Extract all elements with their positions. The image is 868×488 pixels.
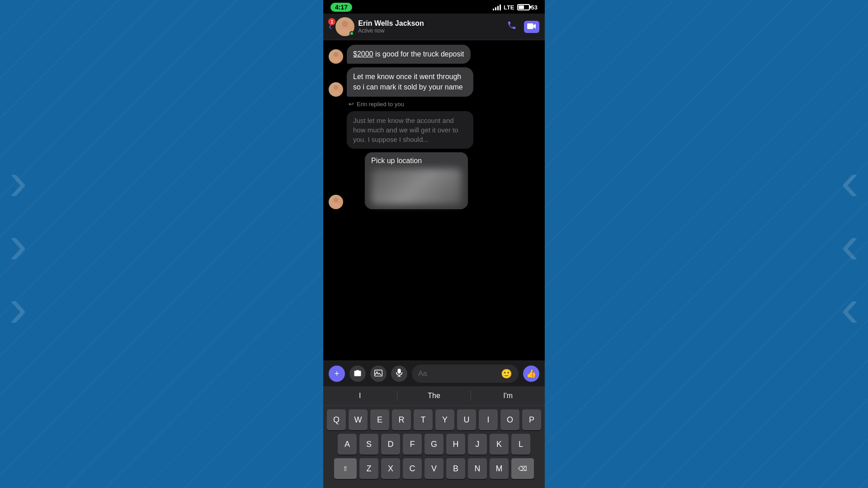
battery: 53 (517, 4, 538, 11)
key-G[interactable]: G (425, 434, 443, 455)
message-row: Pick up location (329, 152, 539, 209)
reply-context: ↩ Erin replied to you (329, 100, 539, 108)
like-button[interactable]: 👍 (523, 366, 539, 382)
mic-icon (396, 369, 402, 379)
emoji-button[interactable]: 🙂 (501, 368, 512, 379)
key-M[interactable]: M (490, 458, 509, 479)
pick-up-bubble: Pick up location (365, 152, 468, 209)
key-E[interactable]: E (370, 409, 389, 430)
key-S[interactable]: S (359, 434, 378, 455)
key-W[interactable]: W (349, 409, 368, 430)
back-button[interactable]: ‹ 1 (329, 21, 332, 33)
input-bar: + (323, 361, 545, 386)
lte-label: LTE (504, 4, 514, 11)
keyboard-row-2: A S D F G H J K L (325, 434, 543, 455)
battery-level: 53 (531, 4, 538, 11)
pick-up-label: Pick up location (371, 157, 462, 165)
keyboard: Q W E R T Y U I O P A S D F G H J K L ⇧ … (323, 406, 545, 488)
contact-status: Active now (358, 28, 503, 34)
bg-arrows-right: ‹ ‹ ‹ (841, 154, 859, 334)
key-Z[interactable]: Z (359, 458, 378, 479)
status-bar: 4:17 LTE 53 (323, 0, 545, 14)
reply-label: Erin replied to you (357, 101, 404, 108)
plus-icon: + (335, 369, 340, 379)
key-Y[interactable]: Y (435, 409, 454, 430)
key-U[interactable]: U (457, 409, 476, 430)
sender-avatar (329, 195, 343, 209)
thumbs-up-icon: 👍 (526, 369, 536, 379)
key-H[interactable]: H (446, 434, 465, 455)
key-C[interactable]: C (403, 458, 422, 479)
header-actions (507, 20, 539, 33)
location-map-image (371, 169, 462, 205)
key-N[interactable]: N (468, 458, 487, 479)
replied-message-bubble: Just let me know the account and how muc… (347, 111, 473, 149)
reply-arrow-icon: ↩ (349, 100, 354, 108)
key-L[interactable]: L (511, 434, 530, 455)
svg-point-4 (331, 58, 340, 62)
text-input-wrapper[interactable]: Aa 🙂 (412, 365, 519, 383)
key-R[interactable]: R (392, 409, 411, 430)
svg-rect-2 (527, 23, 533, 29)
image-icon (374, 369, 382, 379)
key-P[interactable]: P (522, 409, 541, 430)
svg-rect-11 (397, 369, 401, 374)
mic-button[interactable] (391, 366, 407, 382)
signal-bars (493, 4, 501, 10)
camera-icon (354, 369, 362, 379)
key-O[interactable]: O (500, 409, 519, 430)
svg-point-6 (331, 91, 340, 95)
notification-badge: 1 (328, 18, 335, 25)
key-I[interactable]: I (479, 409, 498, 430)
bg-arrows-left: › › › (9, 154, 27, 334)
svg-point-7 (334, 197, 339, 202)
contact-name: Erin Wells Jackson (358, 19, 503, 28)
camera-button[interactable] (349, 366, 366, 382)
chat-header: ‹ 1 Erin Wells Jackson Active now (323, 14, 545, 40)
message-row: $2000 is good for the truck deposit (329, 45, 539, 64)
predictive-word-3[interactable]: I'm (471, 391, 545, 401)
shift-key[interactable]: ⇧ (334, 458, 357, 479)
phone-frame: 4:17 LTE 53 ‹ 1 (323, 0, 545, 488)
replied-message-text: Just let me know the account and how muc… (353, 116, 467, 144)
key-A[interactable]: A (338, 434, 357, 455)
sender-avatar (329, 49, 343, 64)
svg-point-0 (342, 21, 348, 27)
predictive-word-2[interactable]: The (397, 391, 472, 401)
svg-point-8 (331, 203, 340, 207)
keyboard-row-3: ⇧ Z X C V B N M ⌫ (325, 458, 543, 479)
key-Q[interactable]: Q (327, 409, 346, 430)
key-T[interactable]: T (414, 409, 433, 430)
video-call-button[interactable] (524, 21, 539, 33)
underlined-amount: $2000 (353, 50, 373, 58)
status-time: 4:17 (330, 3, 352, 12)
key-K[interactable]: K (490, 434, 509, 455)
contact-info: Erin Wells Jackson Active now (358, 19, 503, 34)
predictive-word-1[interactable]: I (323, 391, 397, 401)
active-indicator (349, 31, 354, 36)
messages-area: $2000 is good for the truck deposit Let … (323, 40, 545, 361)
key-J[interactable]: J (468, 434, 487, 455)
key-D[interactable]: D (381, 434, 400, 455)
message-bubble: Let me know once it went through so i ca… (347, 67, 473, 97)
image-button[interactable] (370, 366, 387, 382)
status-right: LTE 53 (493, 4, 538, 11)
predictive-bar: I The I'm (323, 386, 545, 406)
message-row: Let me know once it went through so i ca… (329, 67, 539, 97)
key-V[interactable]: V (425, 458, 443, 479)
svg-point-3 (334, 52, 339, 57)
key-B[interactable]: B (446, 458, 465, 479)
message-bubble: $2000 is good for the truck deposit (347, 45, 471, 64)
call-button[interactable] (507, 20, 517, 33)
contact-avatar-container[interactable] (335, 17, 354, 36)
sender-avatar (329, 82, 343, 97)
message-input[interactable]: Aa (418, 370, 497, 378)
key-F[interactable]: F (403, 434, 422, 455)
plus-button[interactable]: + (329, 366, 345, 382)
key-X[interactable]: X (381, 458, 400, 479)
backspace-key[interactable]: ⌫ (511, 458, 534, 479)
keyboard-row-1: Q W E R T Y U I O P (325, 409, 543, 430)
svg-point-5 (334, 85, 339, 90)
